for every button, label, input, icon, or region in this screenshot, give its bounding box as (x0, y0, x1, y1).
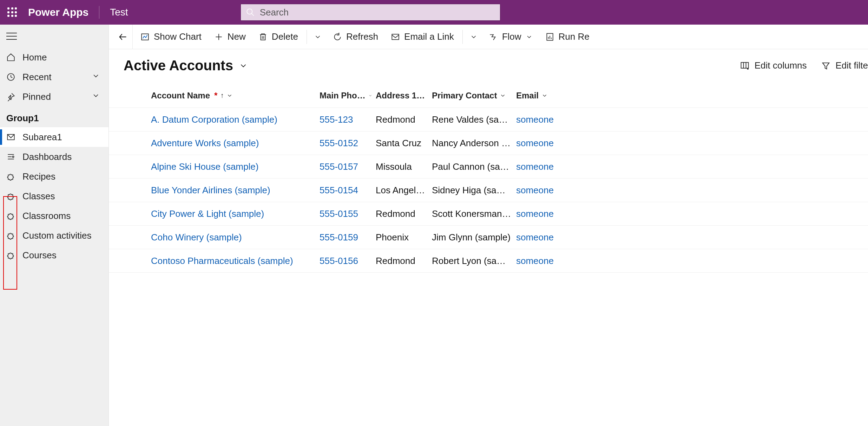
sort-asc-icon: ↑ (220, 91, 224, 99)
sidebar-item-recipes[interactable]: Recipes (0, 167, 108, 186)
search-input[interactable] (260, 7, 495, 18)
nav-home-label: Home (22, 52, 102, 63)
header-divider (99, 6, 99, 19)
cell-contact[interactable]: Robert Lyon (sam… (432, 256, 516, 266)
environment-name[interactable]: Test (103, 7, 135, 18)
cell-city: Missoula (376, 161, 432, 172)
chart-icon (140, 32, 150, 41)
cmd-run-report[interactable]: Run Re (539, 25, 596, 49)
cell-email[interactable]: someone (516, 138, 558, 149)
separator (307, 30, 307, 44)
cell-contact[interactable]: Jim Glynn (sample) (432, 232, 516, 243)
column-header-phone[interactable]: Main Pho… (320, 91, 376, 101)
cell-phone[interactable]: 555-0159 (320, 232, 376, 243)
cell-phone[interactable]: 555-0156 (320, 256, 376, 266)
cmd-flow[interactable]: Flow (482, 25, 539, 49)
nav-home[interactable]: Home (0, 47, 108, 67)
cell-city: Phoenix (376, 232, 432, 243)
cell-email[interactable]: someone (516, 232, 558, 243)
back-button[interactable] (113, 25, 133, 49)
cmd-email-link[interactable]: Email a Link (384, 25, 460, 49)
column-header-name[interactable]: Account Name* ↑ (151, 91, 320, 101)
cell-contact[interactable]: Sidney Higa (sam… (432, 185, 516, 196)
data-grid: Account Name* ↑ Main Pho… Address 1… Pri… (109, 83, 868, 273)
cmd-show-chart[interactable]: Show Chart (134, 25, 208, 49)
trash-icon (258, 32, 268, 41)
arrow-left-icon (118, 32, 128, 42)
cell-contact[interactable]: Scott Konersman… (432, 208, 516, 219)
table-row[interactable]: Alpine Ski House (sample)555-0157Missoul… (109, 155, 868, 179)
table-row[interactable]: Adventure Works (sample)555-0152Santa Cr… (109, 131, 868, 155)
cmd-new[interactable]: New (208, 25, 252, 49)
cell-account-name[interactable]: City Power & Light (sample) (151, 208, 320, 219)
chevron-down-icon (541, 92, 548, 99)
table-row[interactable]: Blue Yonder Airlines (sample)555-0154Los… (109, 179, 868, 202)
cmd-delete[interactable]: Delete (252, 25, 304, 49)
cell-email[interactable]: someone (516, 208, 558, 219)
cmd-label: Refresh (346, 31, 378, 42)
cell-phone[interactable]: 555-0155 (320, 208, 376, 219)
cell-email[interactable]: someone (516, 114, 558, 125)
global-search[interactable] (241, 4, 500, 21)
cell-account-name[interactable]: Alpine Ski House (sample) (151, 161, 320, 172)
entity-icon (6, 133, 22, 142)
clock-icon (6, 72, 22, 82)
cmd-label: Flow (502, 31, 521, 42)
sidebar-item-label: Subarea1 (22, 132, 62, 143)
nav-recent[interactable]: Recent (0, 67, 108, 87)
cell-email[interactable]: someone (516, 256, 558, 266)
column-header-contact[interactable]: Primary Contact (432, 91, 516, 101)
sidebar-toggle-button[interactable] (0, 25, 108, 47)
flow-icon (489, 32, 498, 41)
cell-account-name[interactable]: Blue Yonder Airlines (sample) (151, 185, 320, 196)
cell-phone[interactable]: 555-0152 (320, 138, 376, 149)
chevron-down-icon (500, 92, 506, 99)
cmd-delete-dropdown[interactable] (309, 25, 327, 49)
sidebar-item-subarea1[interactable]: Subarea1 (0, 127, 108, 147)
cell-phone[interactable]: 555-0154 (320, 185, 376, 196)
chevron-down-icon (526, 33, 533, 40)
nav-pinned[interactable]: Pinned (0, 87, 108, 106)
sidebar-item-dashboards[interactable]: Dashboards (0, 147, 108, 167)
cell-contact[interactable]: Nancy Anderson (… (432, 138, 516, 149)
cell-phone[interactable]: 555-0157 (320, 161, 376, 172)
brand-label: Power Apps (25, 6, 96, 18)
cell-account-name[interactable]: A. Datum Corporation (sample) (151, 114, 320, 125)
table-row[interactable]: Contoso Pharmaceuticals (sample)555-0156… (109, 249, 868, 273)
main-content: Show Chart New Delete Refresh Email a Li… (109, 25, 868, 426)
cell-account-name[interactable]: Coho Winery (sample) (151, 232, 320, 243)
app-launcher-button[interactable] (0, 7, 25, 17)
cmd-refresh[interactable]: Refresh (327, 25, 384, 49)
view-selector[interactable]: Active Accounts (124, 58, 248, 73)
cell-contact[interactable]: Paul Cannon (sam… (432, 161, 516, 172)
sidebar-item-classrooms[interactable]: Classrooms (0, 206, 108, 226)
table-row[interactable]: A. Datum Corporation (sample)555-123Redm… (109, 108, 868, 131)
edit-filters-button[interactable]: Edit filte (821, 60, 868, 71)
pin-icon (6, 92, 22, 101)
sidebar-item-custom-activities[interactable]: Custom activities (0, 226, 108, 245)
cmd-email-dropdown[interactable] (465, 25, 482, 49)
cell-city: Redmond (376, 208, 432, 219)
svg-point-0 (247, 9, 252, 14)
column-header-email[interactable]: Email (516, 91, 558, 101)
sidebar-item-label: Classrooms (22, 211, 71, 221)
home-icon (6, 53, 22, 62)
column-header-city[interactable]: Address 1… (376, 91, 432, 101)
view-header: Active Accounts Edit columns Edit filte (109, 49, 868, 76)
cell-email[interactable]: someone (516, 185, 558, 196)
cell-contact[interactable]: Rene Valdes (sam… (432, 114, 516, 125)
cell-account-name[interactable]: Contoso Pharmaceuticals (sample) (151, 256, 320, 266)
svg-point-10 (12, 156, 14, 157)
required-indicator: * (214, 91, 217, 101)
table-row[interactable]: City Power & Light (sample)555-0155Redmo… (109, 202, 868, 226)
cell-email[interactable]: someone (516, 161, 558, 172)
sidebar-item-classes[interactable]: Classes (0, 186, 108, 206)
table-row[interactable]: Coho Winery (sample)555-0159PhoenixJim G… (109, 226, 868, 249)
cell-account-name[interactable]: Adventure Works (sample) (151, 138, 320, 149)
edit-columns-button[interactable]: Edit columns (740, 60, 807, 71)
sidebar-item-courses[interactable]: Courses (0, 245, 108, 265)
chevron-down-icon (239, 61, 248, 70)
chevron-down-icon (428, 92, 428, 99)
sidebar-item-label: Courses (22, 250, 57, 261)
cell-phone[interactable]: 555-123 (320, 114, 376, 125)
